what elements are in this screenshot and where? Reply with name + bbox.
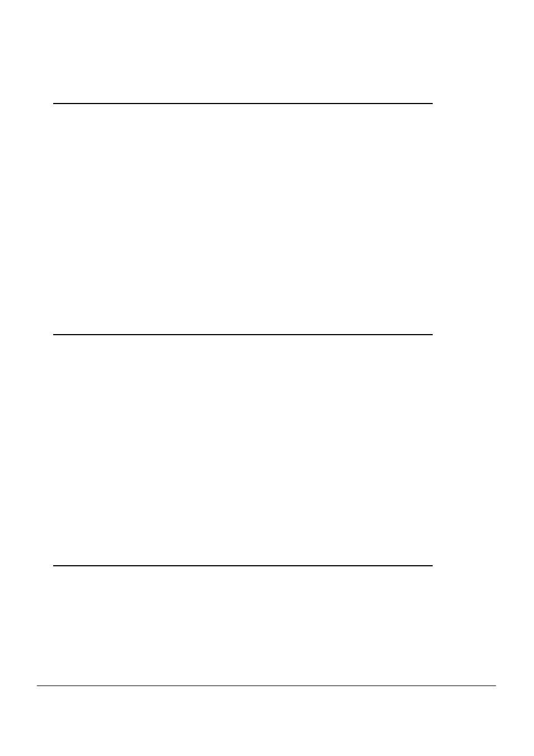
horizontal-rule [53, 334, 433, 335]
horizontal-rule [53, 103, 433, 104]
footer-horizontal-rule [37, 685, 496, 686]
horizontal-rule [53, 565, 433, 566]
